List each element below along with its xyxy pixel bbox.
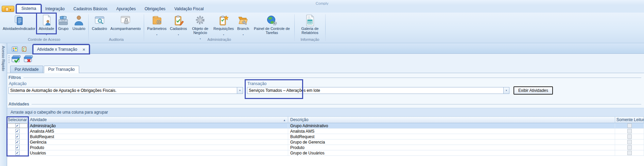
gear-icon bbox=[194, 14, 206, 27]
toolbar-grip[interactable] bbox=[8, 55, 10, 64]
somente-leitura-checkbox[interactable] bbox=[627, 145, 632, 150]
window-search-icon bbox=[94, 14, 105, 27]
quick-access-panel-tab[interactable]: Acesso Rápido bbox=[0, 43, 7, 166]
dropdown-arrow-icon[interactable] bbox=[503, 87, 509, 94]
tab-page-por-transacao: Filtros Aplicação Sistema de Automação d… bbox=[7, 73, 644, 166]
grid-view-icon[interactable] bbox=[12, 47, 18, 52]
quick-access-label: Acesso Rápido bbox=[0, 43, 5, 71]
grid-header-row: Selecionar Atividade Descrição Somente L… bbox=[7, 117, 644, 123]
chevron-down-icon bbox=[178, 31, 179, 33]
atividadexindicador-button[interactable]: AtividadexIndicador bbox=[1, 14, 37, 31]
requisicoes-button[interactable]: Requisições bbox=[212, 14, 236, 33]
application-menu-icon bbox=[5, 7, 8, 11]
table-row[interactable]: Gerência Grupo de Gerencia bbox=[7, 139, 644, 145]
somente-leitura-checkbox[interactable] bbox=[627, 129, 632, 133]
descricao-cell: Analista AMS bbox=[288, 129, 615, 134]
column-header-selecionar[interactable]: Selecionar bbox=[7, 117, 28, 123]
somente-leitura-checkbox[interactable] bbox=[627, 134, 632, 139]
aplicacao-combobox[interactable]: Sistema de Automação de Apuração e Obrig… bbox=[8, 87, 243, 94]
atividade-button[interactable]: Atividade bbox=[37, 14, 56, 33]
clipboard-tasks-icon[interactable] bbox=[22, 46, 27, 52]
selecionar-cell bbox=[7, 129, 28, 134]
selecionar-cell bbox=[7, 123, 28, 128]
group-label-administracao: Administração bbox=[144, 37, 294, 43]
page-person-icon bbox=[41, 14, 52, 27]
group-label-informacao: Informação bbox=[295, 37, 325, 43]
selecionar-checkbox[interactable] bbox=[15, 134, 20, 139]
objeto-de-negocio-button[interactable]: Objeto de Negócio bbox=[189, 14, 212, 37]
branch-button[interactable]: Branch bbox=[236, 14, 251, 33]
selecionar-checkbox[interactable] bbox=[15, 145, 20, 150]
column-header-atividade[interactable]: Atividade bbox=[28, 117, 288, 123]
document-tab-bar: Atividade x Transação bbox=[7, 43, 644, 54]
selecionar-checkbox[interactable] bbox=[15, 123, 20, 128]
clipboard-star-icon bbox=[218, 14, 229, 27]
column-header-descricao[interactable]: Descrição bbox=[288, 117, 615, 123]
tab-por-transacao[interactable]: Por Transação bbox=[44, 66, 79, 73]
window-lock-icon bbox=[120, 14, 131, 27]
group-label-controle-de-acesso: Controle de Acesso bbox=[0, 37, 88, 43]
group-by-hint: Arraste aqui o cabeçalho de uma coluna p… bbox=[11, 110, 108, 115]
usuario-button[interactable]: Usuário bbox=[71, 14, 87, 31]
ribbon-tab-cadastros-basicos[interactable]: Cadastros Básicos bbox=[69, 5, 112, 13]
group-by-bar[interactable]: Arraste aqui o cabeçalho de uma coluna p… bbox=[7, 108, 644, 117]
table-row[interactable]: Usuários Grupo de Usuários bbox=[7, 150, 644, 156]
table-row[interactable]: Produto Produto bbox=[7, 145, 644, 150]
exibir-atividades-button[interactable]: Exibir Atividades bbox=[514, 86, 553, 95]
cadastro-button[interactable]: Cadastro bbox=[90, 14, 109, 31]
title-bar: Comply bbox=[0, 0, 644, 5]
descricao-cell: Grupo Administrativo bbox=[288, 123, 615, 128]
document-tab-label: Atividade x Transação bbox=[37, 47, 77, 52]
column-header-somente-leitura[interactable]: Somente Leitura bbox=[615, 117, 644, 123]
selecionar-checkbox[interactable] bbox=[15, 140, 20, 144]
grupo-button[interactable]: Grupo bbox=[56, 14, 71, 31]
descricao-cell: Grupo de Gerencia bbox=[288, 139, 615, 145]
cadastros-button[interactable]: Cadastros bbox=[168, 14, 189, 33]
document-tab-atividade-x-transacao[interactable]: Atividade x Transação bbox=[33, 45, 89, 53]
descricao-cell: Grupo de Usuários bbox=[288, 150, 615, 155]
main-area: Acesso Rápido Atividade x Transação bbox=[0, 43, 644, 166]
painel-de-controle-de-tarefas-button[interactable]: Painel de Controle de Tarefas bbox=[251, 14, 293, 35]
ribbon-group-separator bbox=[294, 14, 295, 41]
somente-leitura-checkbox[interactable] bbox=[627, 151, 632, 155]
ribbon-tab-apuracoes[interactable]: Apurações bbox=[112, 5, 140, 13]
atividade-cell: Usuários bbox=[28, 150, 288, 155]
ribbon-tab-bar: Sistema Integração Cadastros Básicos Apu… bbox=[0, 5, 644, 13]
table-row[interactable]: BuildRequest BuildRequest bbox=[7, 134, 644, 139]
galeria-de-relatorios-button[interactable]: Galeria de Relatórios bbox=[296, 14, 324, 35]
selecionar-cell bbox=[7, 134, 28, 139]
table-row[interactable]: Administração Grupo Administrativo bbox=[7, 123, 644, 129]
view-tab-bar: Por Atividade Por Transação bbox=[7, 65, 644, 73]
group-label-auditoria: Auditoria bbox=[89, 37, 143, 43]
ribbon-tab-validacao-fiscal[interactable]: Validação Fiscal bbox=[170, 5, 208, 13]
acompanhamento-button[interactable]: Acompanhamento bbox=[109, 14, 142, 31]
ribbon-tab-sistema[interactable]: Sistema bbox=[17, 5, 41, 13]
atividade-cell: BuildRequest bbox=[28, 134, 288, 139]
application-menu-button[interactable] bbox=[2, 6, 14, 12]
close-icon[interactable] bbox=[83, 47, 85, 52]
column-header-label: Atividade bbox=[30, 117, 47, 122]
transacao-combobox[interactable]: Serviços Tomados – Alterações em lote bbox=[247, 87, 509, 94]
ribbon-group-informacao: Galeria de Relatórios Informação bbox=[295, 13, 325, 43]
somente-leitura-cell bbox=[615, 150, 644, 155]
somente-leitura-checkbox[interactable] bbox=[627, 140, 632, 144]
clipboard-check-icon bbox=[173, 14, 184, 27]
selecionar-checkbox[interactable] bbox=[15, 151, 20, 155]
table-row[interactable]: Analista AMS Analista AMS bbox=[7, 129, 644, 134]
somente-leitura-cell bbox=[615, 129, 644, 134]
ribbon-tab-integracao[interactable]: Integração bbox=[41, 5, 69, 13]
ribbon-tab-obrigacoes[interactable]: Obrigações bbox=[140, 5, 170, 13]
dropdown-arrow-icon[interactable] bbox=[237, 87, 243, 94]
cancel-button[interactable] bbox=[23, 55, 34, 64]
somente-leitura-cell bbox=[615, 134, 644, 139]
aplicacao-label: Aplicação bbox=[9, 81, 243, 86]
report-icon bbox=[304, 14, 316, 27]
selecionar-cell bbox=[7, 139, 28, 145]
parametros-button[interactable]: Parâmetros bbox=[145, 14, 168, 33]
descricao-cell: Produto bbox=[288, 145, 615, 150]
application-window: Comply Sistema Integração Cadastros Bási… bbox=[0, 0, 644, 166]
somente-leitura-checkbox[interactable] bbox=[627, 123, 632, 128]
tab-por-atividade[interactable]: Por Atividade bbox=[10, 66, 43, 73]
selecionar-checkbox[interactable] bbox=[15, 129, 20, 133]
confirm-button[interactable] bbox=[11, 55, 22, 64]
